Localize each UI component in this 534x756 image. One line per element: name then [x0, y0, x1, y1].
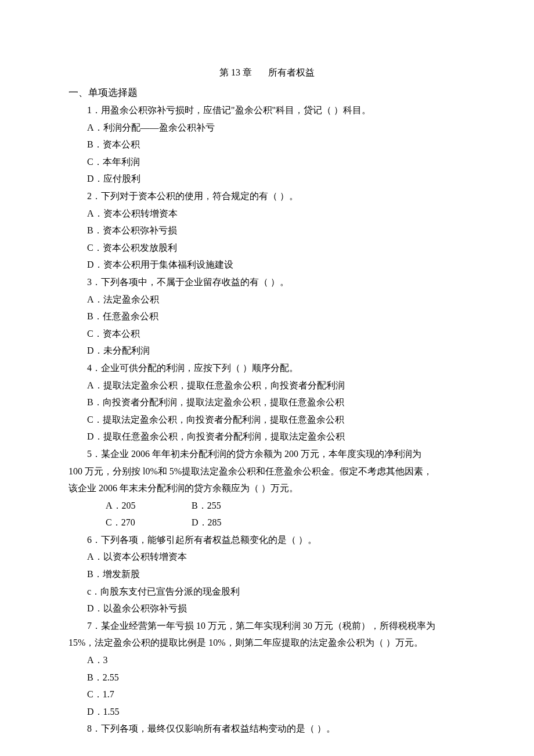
chapter-name: 所有者权益: [268, 67, 315, 77]
question-6-option-d: D．以盈余公积弥补亏损: [68, 600, 466, 617]
question-6-option-b: B．增发新股: [68, 566, 466, 583]
chapter-label: 第 13 章: [219, 67, 252, 77]
question-5-option-b: B．255: [192, 501, 221, 510]
question-4-stem: 4．企业可供分配的利润，应按下列（ ）顺序分配。: [68, 359, 466, 377]
question-3-option-d: D．未分配利润: [68, 342, 466, 359]
chapter-title: 第 13 章 所有者权益: [68, 64, 466, 81]
question-3-option-a: A．法定盈余公积: [68, 291, 466, 308]
question-7-stem-line1: 7．某企业经营第一年亏损 10 万元，第二年实现利润 30 万元（税前），所得税…: [68, 617, 466, 635]
question-5-option-d: D．285: [192, 517, 222, 527]
question-7-option-c: C．1.7: [68, 686, 466, 703]
question-7-option-a: A．3: [68, 651, 466, 669]
question-6-stem: 6．下列各项，能够引起所有者权益总额变化的是（ ）。: [68, 531, 466, 549]
question-3-option-c: C．资本公积: [68, 325, 466, 343]
question-2-option-b: B．资本公积弥补亏损: [68, 222, 466, 239]
question-2-option-d: D．资本公积用于集体福利设施建设: [68, 256, 466, 273]
question-1-option-b: B．资本公积: [68, 136, 466, 153]
question-7-option-b: B．2.55: [68, 669, 466, 686]
question-5-stem-line1: 5．某企业 2006 年年初未分配利润的贷方余额为 200 万元，本年度实现的净…: [68, 445, 466, 463]
question-5-option-a: A．205: [87, 497, 189, 514]
question-4-option-a: A．提取法定盈余公积，提取任意盈余公积，向投资者分配利润: [68, 377, 466, 394]
document-page: 第 13 章 所有者权益 一、单项选择题 1．用盈余公积弥补亏损时，应借记"盈余…: [0, 0, 534, 756]
question-2-option-c: C．资本公积发放股利: [68, 239, 466, 257]
question-1-option-a: A．利润分配——盈余公积补亏: [68, 119, 466, 136]
question-8-stem: 8．下列各项，最终仅仅影响所有者权益结构变动的是（ ）。: [68, 720, 466, 737]
question-4-option-c: C．提取法定盈余公积，向投资者分配利润，提取任意盈余公积: [68, 411, 466, 429]
question-5-row-ab: A．205 B．255: [68, 497, 466, 514]
question-7-option-d: D．1.55: [68, 703, 466, 721]
question-7-stem-line2: 15%，法定盈余公积的提取比例是 10%，则第二年应提取的法定盈余公积为（ ）万…: [68, 634, 466, 651]
question-1-stem: 1．用盈余公积弥补亏损时，应借记"盈余公积"科目，贷记（ ）科目。: [68, 102, 466, 119]
question-6-option-c: c．向股东支付已宣告分派的现金股利: [68, 583, 466, 600]
question-5-row-cd: C．270 D．285: [68, 514, 466, 531]
question-5-option-c: C．270: [87, 514, 189, 531]
question-6-option-a: A．以资本公积转增资本: [68, 548, 466, 566]
question-2-stem: 2．下列对于资本公积的使用，符合规定的有（ ）。: [68, 188, 466, 205]
question-4-option-d: D．提取任意盈余公积，向投资者分配利润，提取法定盈余公积: [68, 428, 466, 445]
question-1-option-c: C．本年利润: [68, 153, 466, 171]
question-3-stem: 3．下列各项中，不属于企业留存收益的有（ ）。: [68, 273, 466, 291]
question-5-stem-line2: 100 万元，分别按 l0%和 5%提取法定盈余公积和任意盈余公积金。假定不考虑…: [68, 463, 466, 480]
question-4-option-b: B．向投资者分配利润，提取法定盈余公积，提取任意盈余公积: [68, 394, 466, 411]
question-5-stem-line3: 该企业 2006 年末未分配利润的贷方余额应为（ ）万元。: [68, 480, 466, 497]
question-3-option-b: B．任意盈余公积: [68, 308, 466, 325]
section-header: 一、单项选择题: [68, 84, 466, 102]
question-2-option-a: A．资本公积转增资本: [68, 205, 466, 222]
question-1-option-d: D．应付股利: [68, 170, 466, 188]
